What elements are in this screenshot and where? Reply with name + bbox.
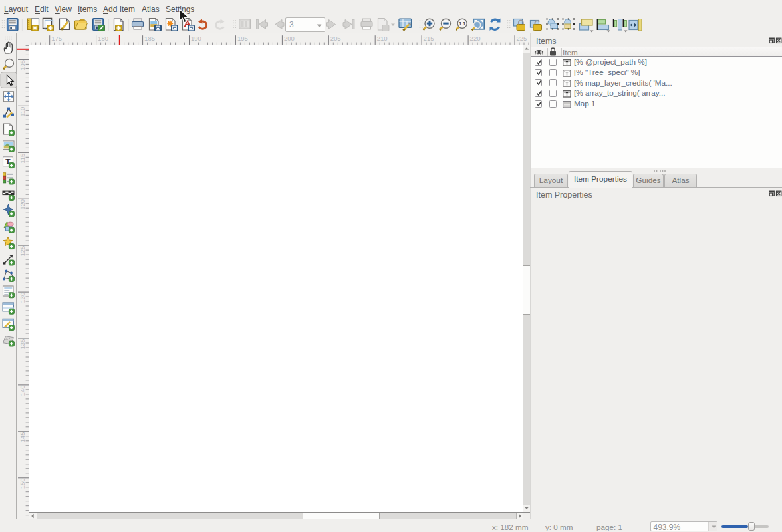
svg-text:225: 225 xyxy=(517,35,527,42)
svg-text:200: 200 xyxy=(284,35,295,42)
svg-text:105: 105 xyxy=(19,60,26,70)
svg-text:120: 120 xyxy=(19,200,26,210)
svg-text:190: 190 xyxy=(191,35,201,42)
svg-text:1:1: 1:1 xyxy=(459,21,465,26)
svg-text:195: 195 xyxy=(237,35,248,42)
svg-text:210: 210 xyxy=(377,35,388,42)
svg-text:110: 110 xyxy=(19,107,26,117)
svg-text:175: 175 xyxy=(51,35,62,42)
svg-text:220: 220 xyxy=(470,35,481,42)
svg-text:115: 115 xyxy=(19,154,26,164)
svg-text:180: 180 xyxy=(98,35,108,42)
svg-text:145: 145 xyxy=(19,432,26,442)
svg-text:215: 215 xyxy=(424,35,434,42)
svg-text:135: 135 xyxy=(19,339,26,350)
svg-text:125: 125 xyxy=(19,246,26,257)
svg-text:185: 185 xyxy=(144,35,155,42)
svg-text:205: 205 xyxy=(330,35,341,42)
svg-text:130: 130 xyxy=(19,293,26,303)
svg-text:140: 140 xyxy=(19,386,26,396)
svg-text:150: 150 xyxy=(19,478,26,489)
